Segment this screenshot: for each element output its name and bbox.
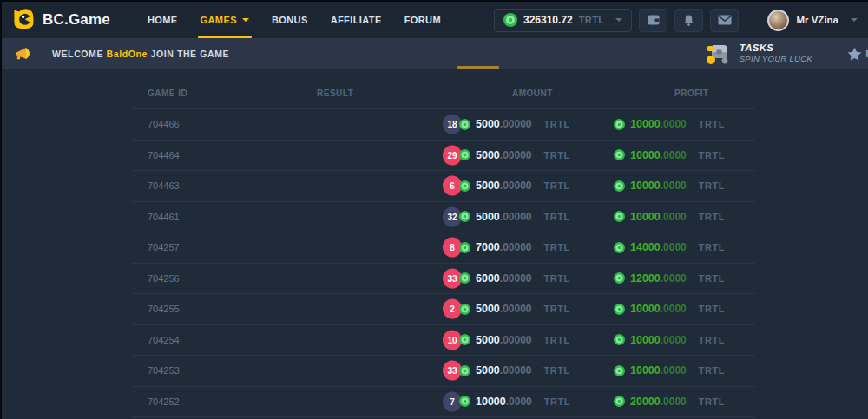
chevron-down-icon <box>615 18 622 22</box>
amount-currency: TRTL <box>544 119 570 129</box>
trtl-coin-icon <box>459 119 470 130</box>
amount-decimal: .0000 <box>506 396 532 408</box>
amount-cell: 6000.00000 TRTL <box>459 272 570 285</box>
amount-integer: 5000 <box>476 180 500 192</box>
table-row[interactable]: 704253 33 5000.00000 TRTL 10000.0000 TRT… <box>132 355 755 386</box>
amount-decimal: .00000 <box>500 180 532 192</box>
amount-currency: TRTL <box>544 304 570 314</box>
profit-decimal: .0000 <box>661 334 687 346</box>
profit-decimal: .0000 <box>661 241 687 253</box>
nav-item-forum[interactable]: FORUM <box>393 2 452 38</box>
profit-decimal: .0000 <box>661 180 687 192</box>
tasks-chest-icon <box>704 43 732 65</box>
game-id-cell: 704461 <box>148 212 180 222</box>
amount-integer: 5000 <box>476 118 500 130</box>
nav-item-affiliate[interactable]: AFFILIATE <box>319 2 393 38</box>
messages-button[interactable] <box>710 9 739 32</box>
trtl-coin-icon <box>459 149 470 160</box>
welcome-username: BaldOne <box>107 49 148 59</box>
nav-item-games[interactable]: GAMES <box>189 2 260 38</box>
table-row[interactable]: 704461 32 5000.00000 TRTL 10000.0000 TRT… <box>132 201 755 232</box>
wallet-button[interactable] <box>639 9 667 32</box>
profit-currency: TRTL <box>699 180 725 191</box>
trtl-coin-icon <box>614 242 625 253</box>
profit-integer: 10000 <box>630 149 661 161</box>
nav-menu: HOME GAMES BONUS AFFILIATE FORUM <box>136 2 452 38</box>
amount-decimal: .00000 <box>500 334 532 346</box>
tasks-widget[interactable]: TASKS SPIN YOUR LUCK <box>704 43 812 65</box>
trtl-coin-icon <box>614 272 625 284</box>
table-row[interactable]: 704254 10 5000.00000 TRTL 10000.0000 TRT… <box>132 324 755 356</box>
profit-cell: 10000.0000 TRTL <box>614 334 725 346</box>
user-menu[interactable]: Mr VZina <box>767 10 859 31</box>
profit-currency: TRTL <box>699 212 725 222</box>
profit-decimal: .0000 <box>661 211 687 223</box>
profit-integer: 10000 <box>630 180 661 192</box>
table-row[interactable]: 704466 18 5000.00000 TRTL 10000.0000 TRT… <box>132 108 755 140</box>
nav-item-bonus[interactable]: BONUS <box>260 2 319 38</box>
favorites-toggle[interactable]: F <box>847 47 868 61</box>
star-icon <box>847 47 862 61</box>
bc-game-page: BC.Game HOME GAMES BONUS AFFILIATE FORUM <box>0 0 868 419</box>
amount-integer: 10000 <box>476 396 506 408</box>
amount-decimal: .00000 <box>500 364 532 376</box>
chevron-down-icon <box>242 18 249 22</box>
profit-decimal: .0000 <box>661 118 687 130</box>
amount-decimal: .00000 <box>500 272 532 285</box>
trtl-coin-icon <box>614 304 625 315</box>
profit-integer: 20000 <box>630 396 661 408</box>
amount-currency: TRTL <box>544 212 570 222</box>
table-row[interactable]: 704252 7 10000.0000 TRTL 20000.0000 TRTL <box>132 386 755 417</box>
table-row[interactable]: 704463 6 5000.00000 TRTL 10000.0000 TRTL <box>132 170 755 201</box>
amount-cell: 5000.00000 TRTL <box>459 149 570 161</box>
table-row[interactable]: 704255 2 5000.00000 TRTL 10000.0000 TRTL <box>132 293 755 324</box>
megaphone-icon <box>14 46 31 61</box>
amount-integer: 5000 <box>476 149 500 161</box>
game-id-cell: 704257 <box>148 242 180 252</box>
balance-selector[interactable]: 326310.72 TRTL <box>494 9 632 32</box>
brand-logo[interactable]: BC.Game <box>12 7 110 34</box>
table-row[interactable]: 704257 8 7000.00000 TRTL 14000.0000 TRTL <box>132 232 755 263</box>
profit-currency: TRTL <box>699 335 725 345</box>
amount-cell: 10000.0000 TRTL <box>459 396 570 408</box>
amount-decimal: .00000 <box>500 303 532 315</box>
profit-integer: 10000 <box>630 211 661 223</box>
balance-currency: TRTL <box>579 15 605 25</box>
profit-decimal: .0000 <box>661 149 687 161</box>
amount-cell: 5000.00000 TRTL <box>459 334 570 346</box>
amount-cell: 5000.00000 TRTL <box>459 364 570 376</box>
trtl-coin-icon <box>459 242 470 253</box>
game-id-cell: 704254 <box>148 335 180 345</box>
profit-currency: TRTL <box>699 396 725 407</box>
profit-integer: 10000 <box>630 334 661 346</box>
amount-integer: 5000 <box>476 303 500 315</box>
avatar <box>767 10 789 31</box>
table-row[interactable]: 704256 33 6000.00000 TRTL 12000.0000 TRT… <box>132 263 755 294</box>
nav-item-home[interactable]: HOME <box>136 2 189 38</box>
bets-table-body: 704466 18 5000.00000 TRTL 10000.0000 TRT… <box>132 108 755 417</box>
trtl-coin-icon <box>614 334 625 345</box>
trtl-coin-icon <box>459 272 470 284</box>
profit-currency: TRTL <box>699 365 725 376</box>
game-id-cell: 704256 <box>148 273 180 284</box>
notifications-button[interactable] <box>674 9 703 32</box>
amount-decimal: .00000 <box>500 118 532 130</box>
trtl-coin-icon <box>459 365 470 376</box>
brand-name: BC.Game <box>43 11 110 29</box>
amount-cell: 7000.00000 TRTL <box>459 241 570 253</box>
balance-value: 326310.72 <box>523 14 573 26</box>
game-id-cell: 704464 <box>148 150 180 160</box>
amount-integer: 5000 <box>476 334 500 346</box>
game-id-cell: 704253 <box>148 365 180 376</box>
profit-integer: 10000 <box>630 303 661 315</box>
amount-currency: TRTL <box>544 335 570 345</box>
profit-cell: 10000.0000 TRTL <box>614 364 725 376</box>
table-row[interactable]: 704464 29 5000.00000 TRTL 10000.0000 TRT… <box>132 140 755 171</box>
trtl-coin-icon <box>459 396 470 407</box>
amount-currency: TRTL <box>544 273 570 284</box>
profit-currency: TRTL <box>699 119 725 129</box>
profit-integer: 14000 <box>630 241 661 253</box>
trtl-coin-icon <box>459 211 470 222</box>
profit-cell: 20000.0000 TRTL <box>614 396 725 408</box>
profit-cell: 10000.0000 TRTL <box>614 211 725 223</box>
